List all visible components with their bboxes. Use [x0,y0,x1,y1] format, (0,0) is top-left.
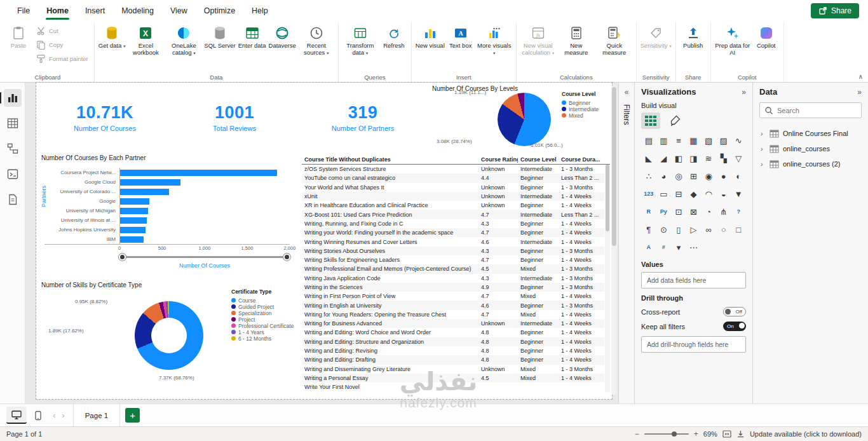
canvas-scrollbar[interactable] [611,85,617,395]
stacked-area-chart-icon[interactable]: ◢ [656,151,672,166]
funnel-chart-icon[interactable]: ▽ [731,151,746,166]
zoom-out-button[interactable]: − [635,430,639,438]
new-slicer-icon[interactable]: ▾ [671,240,686,255]
matrix-icon[interactable]: ⊠ [686,204,702,219]
filters-pane-collapsed[interactable]: « Filters [618,83,635,404]
search-box[interactable] [759,102,862,118]
zoom-in-button[interactable]: + [694,430,698,438]
table-row[interactable]: Writing in the Sciences4.9Beginner1 - 3 … [302,283,604,292]
line-and-clustered-column-chart-icon[interactable]: ◨ [686,151,702,166]
filled-map-icon[interactable]: ● [716,168,731,184]
report-canvas[interactable]: 10.71K Number Of Courses 1001 Total Revi… [25,83,618,404]
power-automate-icon[interactable]: ∞ [701,222,716,237]
bar[interactable] [120,217,147,224]
slider-handle-min[interactable] [119,254,126,261]
expand-filters-icon[interactable]: « [625,88,629,97]
add-page-button[interactable]: + [125,408,140,423]
visual-tab-format-visual[interactable] [665,112,684,129]
scrollbar-thumb[interactable] [606,165,609,231]
table-row[interactable]: Writing Stories About Ourselves4.3Beginn… [302,247,604,255]
bar[interactable] [120,208,148,214]
ribbon-button-text-box[interactable]: AText box [446,23,475,51]
table-row[interactable]: Writing in English at University4.6Begin… [302,301,604,309]
gauge-icon[interactable]: ◠ [701,186,716,201]
ribbon-button-refresh[interactable]: Refresh [379,23,409,51]
ribbon-button-format-painter[interactable]: Format painter [33,52,92,65]
rail-dax-query-view-button[interactable] [4,165,22,183]
ribbon-button-copilot[interactable]: Copilot [752,23,781,51]
arcgis-map-icon[interactable]: ○ [716,222,731,237]
table-row[interactable]: Writing Winning Resumes and Cover Letter… [302,237,604,246]
table-row[interactable]: Writing Skills for Engineering Leaders4.… [302,255,604,264]
table-row[interactable]: Writing and Editing: Revising4.8Beginner… [302,346,604,355]
ribbon-button-excel-workbook[interactable]: XExcel workbook [126,23,165,58]
paginated-report-icon[interactable]: ▯ [671,222,686,237]
keep-all-filters-toggle[interactable]: On [723,322,746,331]
text-slicer-icon[interactable]: A [641,240,656,255]
ribbon-button-paste[interactable]: Paste [4,23,33,51]
stacked-column-chart-icon[interactable]: ▥ [656,133,672,148]
bar[interactable] [120,236,144,243]
card-visual-number-of-partners[interactable]: 319 Number Of Partners [299,85,427,151]
visual-tab-build-visual[interactable] [641,112,660,129]
table-visual[interactable]: Course Title Without DuplicatesCourse Ra… [302,154,610,393]
slider-handle-max[interactable] [283,254,290,261]
azure-map-icon[interactable]: ◒ [716,186,731,201]
menu-tab-insert[interactable]: Insert [77,0,113,22]
table-row[interactable]: Write Your First Novel [302,383,604,391]
chevron-right-icon[interactable]: › [761,160,766,168]
ribbon-button-enter-data[interactable]: Enter data [237,23,268,51]
page-tab[interactable]: Page 1 [73,404,120,427]
table-row[interactable]: YouTube como un canal estrategico4.4Begi… [302,173,604,182]
ribbon-collapse-button[interactable]: ∧ [858,73,863,80]
report-page[interactable]: 10.71K Number Of Courses 1001 Total Revi… [36,83,612,399]
table-row[interactable]: Writing Java Application Code4.3Intermed… [302,274,604,283]
ribbon-button-prep-data-for-ai[interactable]: Prep data for AI [714,23,752,58]
table-column-header[interactable]: Course Rating [478,156,518,163]
table-row[interactable]: Writing Professional Email and Memos (Pr… [302,264,604,273]
ribbon-button-sql-server[interactable]: SQL Server [203,23,236,51]
ribbon-button-dataverse[interactable]: Dataverse [268,23,297,51]
smart-narrative-icon[interactable]: ¶ [641,222,656,237]
ribbon-button-transform-data[interactable]: Transform data ▾ [341,23,379,58]
cross-report-toggle[interactable]: Off [723,307,746,316]
search-input[interactable] [777,107,857,114]
menu-tab-help[interactable]: Help [243,0,276,22]
key-influencers-icon[interactable]: ◔ [701,204,716,219]
card-icon[interactable]: ▭ [656,186,672,201]
bar[interactable] [120,170,277,176]
metrics-icon[interactable]: ⊙ [656,222,672,237]
table-row[interactable]: Writing and Editing: Structure and Organ… [302,337,604,346]
table-column-header[interactable]: Course Title Without Duplicates [302,156,478,163]
card-visual-number-of-courses[interactable]: 10.71K Number Of Courses [39,85,170,151]
table-row[interactable]: XR in Healthcare Education and Clinical … [302,201,604,210]
donut-chart-icon[interactable]: ◎ [671,168,686,184]
decomposition-tree-icon[interactable]: ⋔ [716,204,731,219]
rail-table-view-button[interactable] [4,114,22,132]
table-scrollbar[interactable] [605,165,610,392]
ribbon-chart-icon[interactable]: ≋ [701,151,716,166]
qa-visual-icon[interactable]: ? [731,204,746,219]
map-icon[interactable]: ◉ [701,168,716,184]
line-chart-icon[interactable]: ∿ [731,133,746,148]
ribbon-button-new-visual[interactable]: New visual [414,23,446,51]
table-row[interactable]: Writing for Young Readers: Opening the T… [302,310,604,319]
ribbon-button-quick-measure[interactable]: Quick measure [595,23,634,58]
bar-chart-visual[interactable]: Number Of Courses By Each Partner Partne… [38,153,299,278]
waterfall-chart-icon[interactable]: ▚ [716,151,731,166]
menu-tab-file[interactable]: File [9,0,38,22]
menu-tab-view[interactable]: View [162,0,196,22]
table-row[interactable]: Writing and Editing: Drafting4.8Beginner… [302,355,604,364]
update-download-icon[interactable] [736,430,745,438]
data-table-item-online-courses-2[interactable]: ›online_courses (2) [759,156,862,172]
table-icon[interactable]: ⊡ [671,204,686,219]
html-visual-icon[interactable]: # [656,240,672,255]
table-row[interactable]: xUnitUnknownIntermediate1 - 4 Weeks [302,192,604,201]
ribbon-button-cut[interactable]: Cut [33,24,92,37]
next-page-arrow[interactable]: › [58,410,67,420]
slicer-icon[interactable]: ▼ [731,186,746,201]
rail-report-view-button[interactable] [4,89,22,107]
pie-chart-visual[interactable]: Number Of Courses By Levels 1.19K (11.1.… [429,83,610,151]
update-available-link[interactable]: Update available (click to download) [750,430,862,438]
ribbon-button-recent-sources[interactable]: Recent sources ▾ [297,23,336,58]
